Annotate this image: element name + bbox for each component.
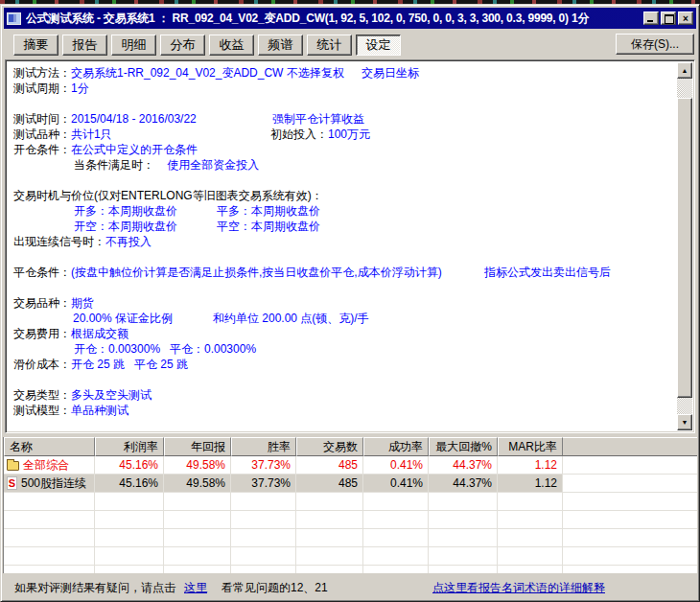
report-text: 测试时间： [13, 112, 71, 126]
results-table: 名称利润率年回报胜率交易数成功率最大回撤%MAR比率 全部综合45.16%49.… [3, 437, 697, 573]
report-text: (按盘中触位价计算是否满足止损条件,按当日收盘价平仓,成本价浮动计算) [71, 266, 442, 279]
empty-cell [429, 493, 498, 510]
report-text: 平空：本周期收盘价 [217, 220, 320, 233]
report-text-group: 初始投入：100万元 [270, 127, 370, 142]
statusbar: 如果对评测结果有疑问，请点击这里看常见问题的12、21 点这里看报告名词术语的详… [4, 573, 696, 598]
tab-detail[interactable]: 明细 [111, 35, 156, 56]
report-text: 20.00% 保证金比例 [73, 312, 173, 325]
empty-table-row [4, 511, 697, 529]
table-body: 全部综合45.16%49.58%37.73%4850.41%44.37%1.12… [4, 456, 697, 573]
report-text: 平多：本周期收盘价 [217, 204, 320, 218]
empty-cell [429, 547, 498, 565]
empty-cell [231, 547, 296, 565]
report-line: 测试周期：1分 [13, 81, 676, 96]
report-text: 开空：本周期收盘价 [74, 220, 177, 233]
empty-row-cells [4, 566, 563, 573]
empty-cell [95, 493, 164, 510]
tab-distribution[interactable]: 分布 [160, 35, 205, 56]
tab-settings[interactable]: 设定 [356, 35, 401, 56]
close-button[interactable]: × [678, 12, 693, 25]
scrollbar-track-top[interactable] [677, 79, 692, 98]
empty-cell [231, 493, 296, 510]
column-header-5[interactable]: 成功率 [363, 437, 429, 456]
empty-cell [296, 493, 363, 510]
scroll-down-icon[interactable]: ▼ [677, 414, 692, 430]
column-header-3[interactable]: 胜率 [231, 437, 296, 456]
table-cell: 1.12 [498, 475, 563, 492]
empty-cell [498, 566, 563, 573]
column-header-4[interactable]: 交易数 [296, 437, 363, 456]
report-text-group: 开空：本周期收盘价 [74, 219, 177, 234]
empty-row-cells [4, 493, 563, 510]
column-header-6[interactable]: 最大回撤% [429, 437, 498, 456]
scrollbar-track-bottom[interactable] [677, 398, 692, 414]
report-text: 开仓条件： [13, 143, 71, 156]
empty-row-cells [4, 529, 563, 546]
scrollbar-thumb[interactable] [677, 98, 692, 398]
report-line [13, 173, 676, 188]
report-text: 平仓条件： [13, 266, 71, 279]
save-button[interactable]: 保存(S)... [616, 34, 694, 55]
tab-profit[interactable]: 收益 [209, 35, 254, 56]
empty-cell [95, 511, 164, 528]
report-line: 开仓条件：在公式中定义的开仓条件 [13, 142, 676, 157]
column-header-1[interactable]: 利润率 [95, 437, 164, 456]
report-text: 和约单位 200.00 点(顿、克)/手 [213, 312, 369, 325]
empty-cell [4, 511, 95, 528]
empty-cell [164, 529, 231, 546]
report-line: 测试方法：交易系统1-RR_092_04_V02_变ADD_CW不选择复权交易日… [13, 65, 676, 81]
minimize-button[interactable] [643, 12, 659, 25]
scroll-up-icon[interactable]: ▲ [677, 62, 692, 79]
empty-cell [296, 566, 363, 573]
column-header-2[interactable]: 年回报 [164, 437, 231, 456]
empty-cell [4, 529, 95, 546]
table-row-s500[interactable]: S500股指连续45.16%49.58%37.73%4850.41%44.37%… [4, 475, 697, 493]
table-cell: 45.16% [95, 456, 164, 474]
header-filler [563, 437, 697, 456]
table-row-cells: S500股指连续45.16%49.58%37.73%4850.41%44.37%… [4, 475, 563, 492]
report-text: 多头及空头测试 [71, 388, 152, 402]
report-line: 开仓：0.00300%平仓：0.00300% [13, 341, 676, 357]
name-cell: 全部综合 [4, 456, 95, 474]
maximize-button[interactable] [661, 12, 676, 25]
column-header-0[interactable]: 名称 [4, 437, 95, 456]
table-cell: 37.73% [231, 475, 296, 492]
table-cell: 1.12 [498, 456, 563, 474]
report-line: 平仓条件：(按盘中触位价计算是否满足止损条件,按当日收盘价平仓,成本价浮动计算)… [13, 265, 676, 280]
report-line: 测试模型：单品种测试 [13, 403, 676, 418]
report-text-group: 平仓：0.00300% [170, 341, 256, 357]
tab-spectrum[interactable]: 频谱 [258, 35, 303, 56]
column-header-7[interactable]: MAR比率 [498, 437, 563, 456]
report-line: 出现连续信号时：不再投入 [13, 234, 676, 249]
report-text: 不选择复权 [287, 66, 344, 80]
vertical-scrollbar[interactable]: ▲ ▼ [677, 62, 692, 430]
report-text: 共计1只 [71, 127, 112, 141]
glossary-link[interactable]: 点这里看报告名词术语的详细解释 [432, 580, 605, 596]
report-line: 交易类型：多头及空头测试 [13, 387, 676, 403]
empty-cell [164, 547, 231, 565]
app-window: 公式测试系统 - 交易系统1 ： RR_092_04_V02_变ADD_CW(1… [0, 4, 700, 602]
tab-summary[interactable]: 摘要 [13, 35, 58, 56]
report-line: 20.00% 保证金比例和约单位 200.00 点(顿、克)/手 [13, 311, 676, 326]
report-text: 交易日坐标 [362, 66, 419, 80]
table-row-all[interactable]: 全部综合45.16%49.58%37.73%4850.41%44.37%1.12 [4, 456, 697, 475]
report-text-group: 不选择复权 [287, 65, 344, 81]
faq-here-link[interactable]: 这里 [184, 581, 207, 594]
empty-cell [95, 547, 164, 565]
titlebar: 公式测试系统 - 交易系统1 ： RR_092_04_V02_变ADD_CW(1… [4, 8, 696, 29]
report-text: 根据成交额 [71, 327, 128, 340]
tab-statistics[interactable]: 统计 [307, 35, 352, 56]
window-title: 公式测试系统 - 交易系统1 ： RR_092_04_V02_变ADD_CW(1… [26, 11, 643, 27]
empty-cell [363, 511, 429, 528]
report-text: 滑价成本： [13, 358, 71, 371]
status-text: 如果对评测结果有疑问，请点击 [14, 581, 175, 594]
empty-cell [363, 547, 429, 565]
empty-cell [498, 511, 563, 528]
empty-cell [429, 511, 498, 528]
empty-cell [4, 566, 95, 573]
s-instrument-icon: S [7, 476, 17, 490]
report-text: 单品种测试 [71, 404, 128, 417]
report-line [13, 249, 676, 265]
tab-report[interactable]: 报告 [62, 35, 107, 56]
report-line [13, 372, 676, 387]
